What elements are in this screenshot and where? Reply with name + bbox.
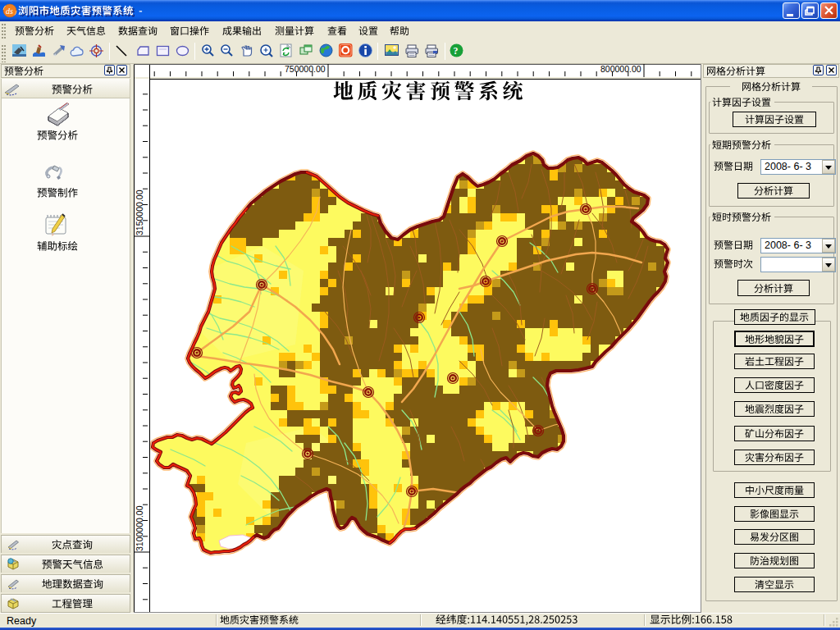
svg-text:?: ? bbox=[454, 45, 459, 57]
svg-text:ds: ds bbox=[6, 7, 13, 16]
